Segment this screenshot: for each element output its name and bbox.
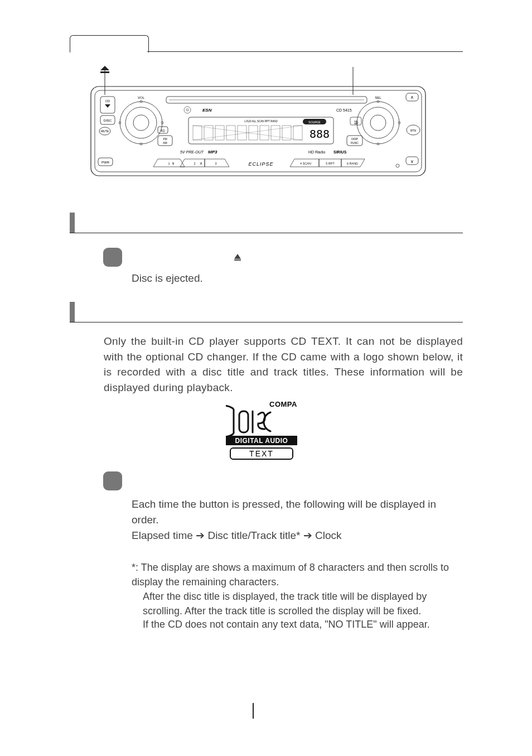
svg-text:TEXT: TEXT xyxy=(249,449,274,458)
svg-point-13 xyxy=(133,115,149,131)
svg-rect-1 xyxy=(95,90,422,172)
svg-text:2: 2 xyxy=(194,162,195,165)
svg-text:∧: ∧ xyxy=(200,161,202,165)
label-disc: DISC xyxy=(104,119,112,122)
svg-rect-29 xyxy=(204,126,213,140)
cd-text-logo: COMPACT DIGITAL AUDIO TEXT xyxy=(226,399,297,460)
label-esn: ESN xyxy=(202,108,212,113)
label-seg: 888 xyxy=(309,127,330,141)
display-cycle-sequence: Elapsed time ➔ Disc title/Track title* ➔… xyxy=(132,528,463,543)
svg-text:5  RPT: 5 RPT xyxy=(326,162,335,165)
label-sirius: SIRIUS xyxy=(333,150,347,154)
svg-point-25 xyxy=(186,109,188,111)
label-vol: VOL xyxy=(138,96,145,99)
svg-point-24 xyxy=(184,107,191,113)
svg-text:6  RAND: 6 RAND xyxy=(347,162,358,165)
svg-marker-7 xyxy=(105,104,110,108)
step-badge xyxy=(103,471,122,490)
svg-point-11 xyxy=(120,102,162,144)
svg-rect-37 xyxy=(293,126,302,140)
svg-text:FM: FM xyxy=(163,137,167,141)
footnote-line: After the disc title is displayed, the t… xyxy=(143,589,463,618)
svg-text:1: 1 xyxy=(168,162,170,165)
arrow-icon: ➔ xyxy=(196,529,205,541)
svg-text:∨: ∨ xyxy=(410,159,414,164)
footnote-block: *: The display are shows a maximum of 8 … xyxy=(132,560,463,589)
svg-point-49 xyxy=(362,107,394,138)
svg-text:ND: ND xyxy=(354,122,357,125)
label-eq: EQ xyxy=(161,129,165,132)
eject-result-text: Disc is ejected. xyxy=(132,271,203,286)
manual-page: CD DISC MUTE PWR VOL FM AM EQ ESN xyxy=(0,0,532,756)
arrow-icon: ➔ xyxy=(303,529,312,541)
label-model: CD 5415 xyxy=(336,108,352,112)
svg-rect-28 xyxy=(193,126,202,140)
footnote-line: If the CD does not contain any text data… xyxy=(143,617,463,632)
section-marker xyxy=(70,302,75,322)
label-rtn: RTN xyxy=(410,129,417,132)
lcd-indicators: LOUD ALL SCAN RPT RAND xyxy=(244,120,278,123)
label-cd: CD xyxy=(105,99,110,103)
svg-rect-36 xyxy=(282,126,291,140)
svg-rect-5 xyxy=(100,71,109,73)
svg-text:3: 3 xyxy=(215,162,216,165)
footer-divider xyxy=(253,703,254,719)
section-marker xyxy=(70,213,75,233)
step-badge xyxy=(103,248,122,267)
svg-text:∨: ∨ xyxy=(172,161,175,165)
svg-rect-33 xyxy=(249,126,258,140)
svg-rect-69 xyxy=(239,411,248,432)
top-rule xyxy=(147,51,463,52)
label-sel: SEL xyxy=(375,96,381,99)
svg-rect-32 xyxy=(238,126,246,140)
svg-text:AM: AM xyxy=(163,141,167,145)
svg-point-12 xyxy=(125,107,157,138)
svg-text:DIGITAL AUDIO: DIGITAL AUDIO xyxy=(235,437,288,445)
svg-point-66 xyxy=(396,164,399,167)
svg-point-50 xyxy=(370,115,386,131)
display-cycle-intro: Each time the button is pressed, the fol… xyxy=(132,497,463,527)
label-mute: MUTE xyxy=(101,129,109,133)
label-preout: 5V PRE-OUT xyxy=(180,150,204,154)
label-mp3: MP3 xyxy=(208,150,217,155)
tab-outline xyxy=(70,35,149,52)
cd-text-intro: Only the built-in CD player supports CD … xyxy=(104,334,463,395)
label-brand: ECLIPSE xyxy=(248,161,273,167)
svg-text:4  SCAN: 4 SCAN xyxy=(300,162,311,165)
svg-text:COMPACT: COMPACT xyxy=(269,400,297,408)
svg-point-48 xyxy=(357,102,399,144)
label-pwr: PWR xyxy=(101,161,110,164)
svg-marker-4 xyxy=(100,66,109,70)
svg-text:DISP: DISP xyxy=(351,137,358,141)
svg-rect-30 xyxy=(215,126,224,140)
radio-faceplate-diagram: CD DISC MUTE PWR VOL FM AM EQ ESN xyxy=(88,64,428,187)
svg-rect-35 xyxy=(271,126,280,140)
svg-text:∧: ∧ xyxy=(410,95,414,100)
label-source: SOURCE xyxy=(308,121,321,124)
label-hd: HD Radio xyxy=(308,150,325,154)
svg-rect-34 xyxy=(260,126,269,140)
svg-rect-31 xyxy=(226,126,235,140)
svg-text:FUNC: FUNC xyxy=(351,141,359,145)
eject-icon xyxy=(234,251,241,261)
